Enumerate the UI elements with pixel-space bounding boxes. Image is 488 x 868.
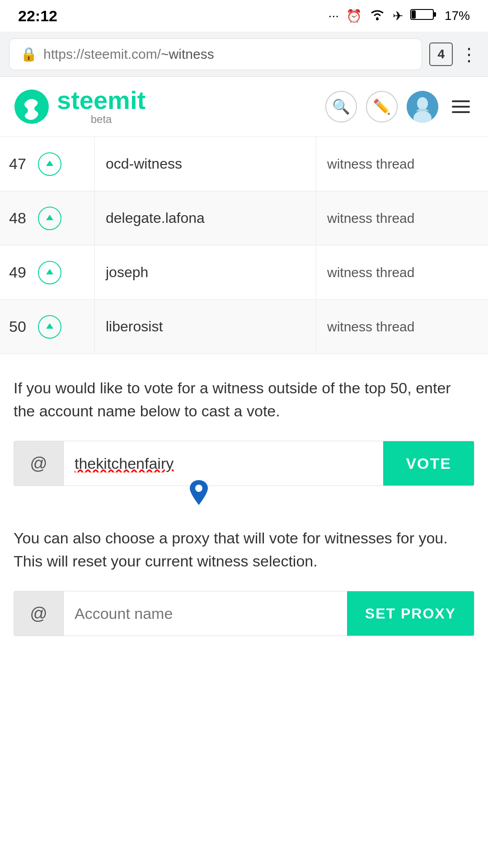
browser-menu-button[interactable]: ⋮ [460,44,479,65]
vote-button[interactable]: VOTE [383,441,474,486]
battery-icon [410,8,437,24]
site-header: steemit beta 🔍 ✏️ [0,77,488,137]
witness-thread-50[interactable]: witness thread [316,300,488,354]
witness-table: 47 ocd-witness witness thread 48 delegat… [0,137,488,354]
alarm-icon: ⏰ [346,9,362,24]
vote-up-button-50[interactable] [38,315,61,339]
hamburger-menu[interactable] [447,96,474,118]
witness-name-47[interactable]: ocd-witness [95,137,316,191]
steemit-logo-icon [14,89,50,125]
proxy-account-input[interactable] [64,591,347,636]
svg-point-0 [376,18,379,20]
search-button[interactable]: 🔍 [325,91,357,123]
rank-number: 48 [9,209,32,227]
witness-thread-49[interactable]: witness thread [316,245,488,299]
logo-area: steemit beta [14,88,316,126]
logo-text-group: steemit beta [57,88,145,126]
witness-row: 47 ocd-witness witness thread [0,137,488,191]
vote-up-button-49[interactable] [38,261,61,284]
edit-button[interactable]: ✏️ [366,91,398,123]
tab-count[interactable]: 4 [429,42,453,66]
svg-rect-3 [412,10,416,19]
witness-row: 48 delegate.lafona witness thread [0,191,488,245]
browser-bar: 🔒 https://steemit.com/~witness 4 ⋮ [0,32,488,77]
dots-icon: ··· [328,9,339,23]
svg-point-6 [417,97,428,110]
rank-number: 47 [9,155,32,173]
svg-point-8 [195,485,202,492]
vote-up-button-48[interactable] [38,207,61,230]
rank-number: 50 [9,318,32,335]
url-text: https://steemit.com/~witness [43,47,214,62]
cell-rank-50: 50 [0,300,95,354]
status-bar: 22:12 ··· ⏰ ✈ 17% [0,0,488,32]
witness-row: 49 joseph witness thread [0,245,488,300]
status-icons: ··· ⏰ ✈ 17% [328,8,470,24]
vote-outside-section: If you would like to vote for a witness … [0,354,488,500]
rank-number: 49 [9,264,32,281]
cell-rank-48: 48 [0,191,95,245]
status-time: 22:12 [18,7,57,25]
proxy-description: You can also choose a proxy that will vo… [14,527,474,573]
witness-thread-48[interactable]: witness thread [316,191,488,245]
header-icons: 🔍 ✏️ [325,91,474,123]
vote-account-input[interactable] [64,441,383,486]
airplane-icon: ✈ [393,9,403,24]
witness-name-50[interactable]: liberosist [95,300,316,354]
logo-name: steemit [57,88,145,113]
svg-rect-2 [433,12,436,17]
witness-name-48[interactable]: delegate.lafona [95,191,316,245]
witness-name-49[interactable]: joseph [95,245,316,299]
witness-row: 50 liberosist witness thread [0,300,488,354]
cell-rank-47: 47 [0,137,95,191]
url-bar[interactable]: 🔒 https://steemit.com/~witness [9,38,422,70]
text-cursor-drop [190,480,208,509]
vote-outside-description: If you would like to vote for a witness … [14,377,474,423]
avatar[interactable] [407,91,438,123]
witness-thread-47[interactable]: witness thread [316,137,488,191]
lock-icon: 🔒 [20,46,37,62]
vote-at-symbol: @ [14,441,64,486]
proxy-at-symbol: @ [14,591,64,636]
vote-up-button-47[interactable] [38,152,61,176]
logo-beta: beta [57,113,145,126]
set-proxy-button[interactable]: SET PROXY [347,591,474,636]
wifi-icon [369,8,385,24]
proxy-input-row: @ SET PROXY [14,591,474,636]
proxy-section: You can also choose a proxy that will vo… [0,500,488,650]
cell-rank-49: 49 [0,245,95,299]
vote-input-row: @ VOTE [14,441,474,486]
battery-percent: 17% [445,9,470,23]
